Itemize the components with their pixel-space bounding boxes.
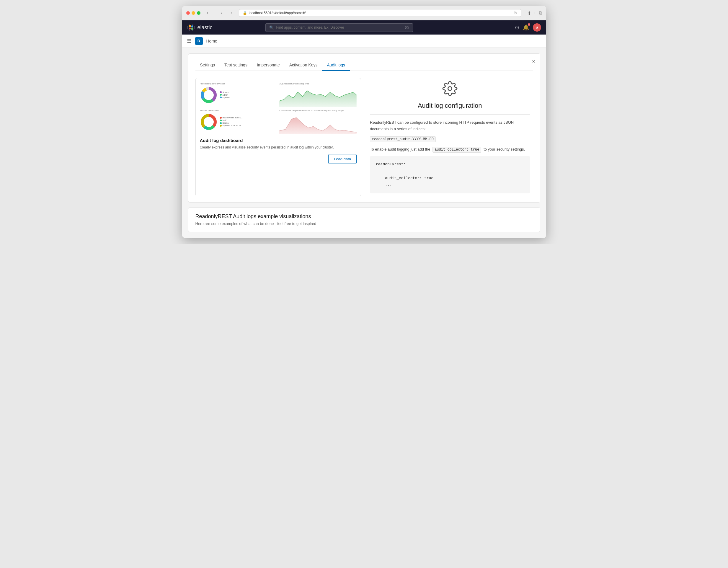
tab-test-settings[interactable]: Test settings [220, 60, 252, 71]
share-icon[interactable]: ⬆ [527, 10, 531, 16]
donut-chart-svg [200, 86, 218, 104]
lock-icon: 🔒 [243, 11, 247, 15]
search-icon: 🔍 [269, 25, 274, 30]
chart-title-4: Cumulative response time VS Cumulative r… [279, 109, 357, 112]
user-avatar[interactable]: a [533, 23, 541, 32]
tabs-nav: Settings Test settings Impersonate Activ… [195, 60, 533, 71]
legend-logstash: logstash [223, 97, 230, 99]
browser-nav: ‹ › [218, 9, 236, 17]
index-name-inline: readonlyrest_audit-YYYY-MM-DD [370, 136, 436, 142]
config-desc-after: to your security settings. [484, 147, 525, 151]
svg-marker-11 [279, 91, 357, 107]
chart-cumulative: Cumulative response time VS Cumulative r… [279, 109, 357, 134]
reload-icon[interactable]: ↻ [514, 11, 518, 15]
forward-button[interactable]: › [228, 9, 236, 17]
config-key-inline: audit_collector: true [432, 147, 481, 153]
sidebar-toggle-icon[interactable]: ▫ [203, 9, 212, 17]
code-line-4: ... [376, 182, 524, 188]
svg-point-17 [204, 117, 213, 127]
main-content: × Settings Test settings Impersonate Act… [182, 48, 546, 238]
area-chart-green [279, 86, 357, 107]
code-block: readonlyrest: audit_collector: true ... [370, 156, 530, 193]
config-description-2: To enable audit logging just add the aud… [370, 146, 530, 153]
close-window-button[interactable] [186, 11, 190, 15]
sub-nav: ☰ D Home [182, 35, 546, 48]
load-data-button[interactable]: Load data [328, 154, 357, 164]
donut-container-2: readonlyrest_audit-3... test* kibana log… [200, 113, 277, 131]
help-icon[interactable]: ⊙ [515, 24, 519, 31]
dashboard-title: Audit log dashboard [200, 138, 357, 143]
header-icons: ⊙ 🔔 a [515, 23, 541, 32]
config-divider [370, 114, 530, 115]
svg-point-3 [189, 28, 191, 30]
tab-activation-keys[interactable]: Activation Keys [285, 60, 322, 71]
config-title: Audit log configuration [370, 102, 530, 110]
svg-point-10 [204, 90, 213, 100]
code-line-2 [376, 168, 524, 174]
url-text: localhost:5601/s/default/app/home#/ [249, 11, 306, 15]
hamburger-menu-icon[interactable]: ☰ [187, 38, 192, 44]
chart-indices-breakdown: Indices breakdown [200, 109, 277, 134]
config-desc-before: To enable audit logging just add the [370, 147, 430, 151]
tab-settings[interactable]: Settings [195, 60, 220, 71]
notifications-icon[interactable]: 🔔 [523, 24, 529, 31]
config-panel: Audit log configuration ReadonlyREST can… [367, 78, 533, 196]
chart-avg-request: Avg request processing time [279, 82, 357, 107]
main-panel: × Settings Test settings Impersonate Act… [188, 53, 540, 203]
browser-window: ▫ ‹ › 🔒 localhost:5601/s/default/app/hom… [182, 6, 546, 238]
legend-simone: simone [223, 91, 229, 93]
svg-point-4 [191, 27, 193, 30]
bottom-section-description: Here are some examples of what can be do… [195, 221, 533, 226]
svg-point-2 [191, 25, 193, 27]
svg-point-1 [189, 25, 191, 27]
chart-title-3: Indices breakdown [200, 109, 277, 112]
donut-legend: simone admin logstash [220, 91, 230, 99]
elastic-logo-icon [187, 23, 195, 32]
donut-container: simone admin logstash [200, 86, 277, 104]
gear-icon [370, 81, 530, 99]
index-name-code: readonlyrest_audit-YYYY-MM-DD [370, 136, 530, 142]
panel-close-button[interactable]: × [532, 58, 535, 65]
donut-legend-2: readonlyrest_audit-3... test* kibana log… [220, 117, 243, 127]
global-search-bar[interactable]: 🔍 ⌘/ [265, 23, 413, 32]
dashboard-description: Clearly express and visualise security e… [200, 145, 357, 150]
tab-audit-logs[interactable]: Audit logs [322, 60, 350, 71]
new-tab-icon[interactable]: + [533, 10, 536, 16]
content-grid: Processing time by user [195, 78, 533, 196]
donut-chart-svg-2 [200, 113, 218, 131]
tab-impersonate[interactable]: Impersonate [252, 60, 285, 71]
traffic-lights [186, 11, 200, 15]
area-chart-pink [279, 113, 357, 134]
notification-badge [528, 23, 530, 26]
chart-title-2: Avg request processing time [279, 82, 357, 85]
bottom-section-title: ReadonlyREST Audit logs example visualiz… [195, 213, 533, 220]
address-bar[interactable]: 🔒 localhost:5601/s/default/app/home#/ ↻ [239, 9, 522, 17]
legend-admin: admin [223, 94, 228, 96]
chart-title-1: Processing time by user [200, 82, 277, 85]
config-description-1: ReadonlyREST can be configured to store … [370, 119, 530, 132]
browser-actions: ⬆ + ⧉ [527, 10, 542, 16]
code-line-3: audit_collector: true [376, 175, 524, 182]
app-header: elastic 🔍 ⌘/ ⊙ 🔔 a [182, 20, 546, 35]
back-button[interactable]: ‹ [218, 9, 226, 17]
code-line-1: readonlyrest: [376, 161, 524, 168]
dashboard-card: Processing time by user [195, 78, 361, 196]
tabs-icon[interactable]: ⧉ [539, 10, 542, 16]
minimize-window-button[interactable] [192, 11, 195, 15]
space-badge[interactable]: D [195, 37, 203, 45]
browser-titlebar: ▫ ‹ › 🔒 localhost:5601/s/default/app/hom… [182, 6, 546, 20]
charts-area: Processing time by user [200, 82, 357, 134]
elastic-logo: elastic [187, 23, 213, 32]
search-shortcut: ⌘/ [405, 26, 409, 30]
maximize-window-button[interactable] [197, 11, 200, 15]
svg-point-0 [187, 24, 195, 31]
app-logo-text: elastic [197, 25, 213, 31]
breadcrumb-home[interactable]: Home [206, 39, 217, 43]
search-input[interactable] [276, 25, 403, 30]
chart-processing-time-by-user: Processing time by user [200, 82, 277, 107]
svg-point-19 [448, 87, 452, 91]
bottom-section: ReadonlyREST Audit logs example visualiz… [188, 207, 540, 232]
